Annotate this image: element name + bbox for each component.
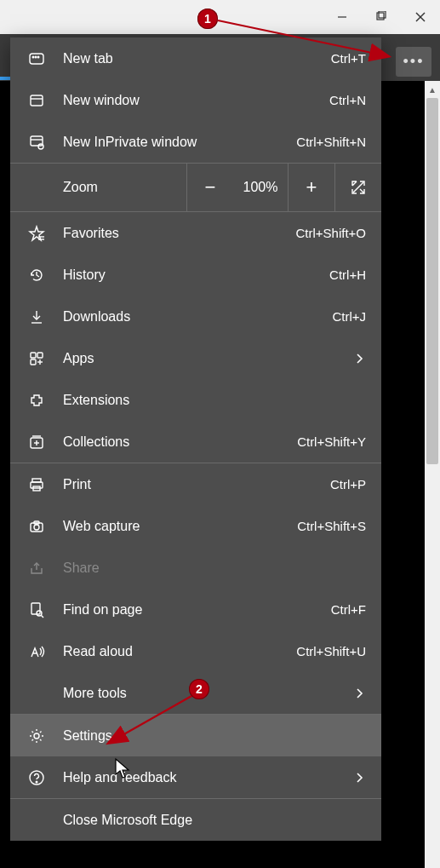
menu-item-read-aloud[interactable]: Read aloud Ctrl+Shift+U: [10, 630, 381, 672]
svg-point-39: [34, 733, 39, 739]
window-controls: [323, 0, 440, 34]
menu-item-share: Share: [10, 547, 381, 589]
menu-item-new-inprivate[interactable]: New InPrivate window Ctrl+Shift+N: [10, 121, 381, 163]
downloads-icon: [27, 308, 46, 326]
menu-shortcut: Ctrl+T: [331, 51, 366, 66]
fullscreen-button[interactable]: [334, 164, 381, 211]
new-tab-icon: [27, 49, 46, 68]
svg-rect-2: [379, 11, 386, 18]
history-icon: [27, 266, 46, 285]
menu-shortcut: Ctrl+Shift+U: [296, 644, 366, 658]
menu-label: Print: [63, 477, 322, 492]
scrollbar-track[interactable]: ▲: [425, 81, 440, 868]
svg-rect-36: [31, 603, 40, 614]
menu-shortcut: Ctrl+F: [331, 602, 366, 617]
menu-item-favorites[interactable]: Favorites Ctrl+Shift+O: [10, 212, 381, 254]
menu-label: Close Microsoft Edge: [63, 813, 366, 828]
menu-item-find[interactable]: Find on page Ctrl+F: [10, 589, 381, 630]
menu-item-web-capture[interactable]: Web capture Ctrl+Shift+S: [10, 505, 381, 547]
annotation-badge-1: 1: [197, 9, 218, 29]
svg-point-7: [35, 56, 37, 58]
menu-item-help[interactable]: Help and feedback: [10, 756, 381, 798]
menu-item-zoom: Zoom − 100% +: [10, 164, 381, 212]
new-window-icon: [27, 91, 46, 110]
menu-shortcut: Ctrl+Shift+S: [297, 519, 366, 533]
menu-item-print[interactable]: Print Ctrl+P: [10, 463, 381, 505]
find-icon: [27, 601, 46, 619]
menu-item-collections[interactable]: Collections Ctrl+Shift+Y: [10, 421, 381, 463]
menu-label: Find on page: [63, 602, 323, 618]
menu-label: Settings: [63, 728, 366, 744]
zoom-out-button[interactable]: −: [186, 164, 233, 211]
minimize-button[interactable]: [323, 0, 362, 34]
settings-and-more-button[interactable]: •••: [396, 47, 431, 77]
svg-rect-5: [30, 54, 43, 64]
menu-shortcut: Ctrl+N: [329, 93, 366, 107]
extensions-icon: [27, 391, 46, 410]
menu-label: Collections: [63, 434, 289, 450]
scrollbar-up-button[interactable]: ▲: [425, 81, 440, 98]
read-aloud-icon: [27, 642, 46, 661]
collections-icon: [27, 433, 46, 451]
menu-item-new-window[interactable]: New window Ctrl+N: [10, 79, 381, 121]
menu-label: Favorites: [63, 226, 287, 241]
help-icon: [27, 768, 46, 787]
scrollbar-thumb[interactable]: [426, 98, 438, 464]
svg-rect-21: [37, 353, 43, 358]
svg-point-8: [37, 56, 39, 58]
ellipsis-icon: •••: [403, 53, 425, 71]
svg-rect-1: [377, 13, 384, 20]
maximize-button[interactable]: [362, 0, 401, 34]
zoom-value: 100%: [233, 180, 288, 195]
svg-point-33: [34, 525, 39, 530]
svg-line-38: [41, 615, 43, 618]
zoom-in-button[interactable]: +: [288, 164, 334, 211]
cursor-icon: [114, 757, 131, 779]
menu-item-history[interactable]: History Ctrl+H: [10, 254, 381, 296]
minus-icon: −: [205, 176, 216, 198]
svg-marker-15: [30, 227, 43, 240]
menu-label: New tab: [63, 51, 323, 66]
menu-item-apps[interactable]: Apps: [10, 337, 381, 379]
menu-label: New window: [63, 93, 321, 108]
chevron-right-icon: [352, 687, 366, 699]
menu-shortcut: Ctrl+Shift+Y: [297, 434, 366, 449]
menu-label: Read aloud: [63, 644, 288, 659]
active-tab-indicator: [0, 77, 10, 80]
blank-icon: [27, 811, 46, 830]
zoom-label: Zoom: [10, 180, 186, 195]
plus-icon: +: [306, 176, 317, 198]
menu-label: New InPrivate window: [63, 135, 288, 150]
settings-and-more-menu: New tab Ctrl+T New window Ctrl+N New InP…: [10, 37, 381, 841]
svg-point-13: [38, 144, 43, 149]
settings-icon: [27, 727, 46, 745]
svg-rect-30: [31, 482, 43, 488]
close-window-button[interactable]: [401, 0, 440, 34]
web-capture-icon: [27, 517, 46, 536]
menu-label: Downloads: [63, 309, 323, 325]
menu-item-downloads[interactable]: Downloads Ctrl+J: [10, 296, 381, 337]
menu-item-extensions[interactable]: Extensions: [10, 379, 381, 421]
print-icon: [27, 475, 46, 494]
menu-label: Apps: [63, 351, 352, 366]
menu-label: Web capture: [63, 519, 289, 534]
menu-item-close-edge[interactable]: Close Microsoft Edge: [10, 799, 381, 841]
menu-item-settings[interactable]: Settings: [10, 715, 381, 756]
inprivate-icon: [27, 133, 46, 152]
menu-label: Extensions: [63, 393, 366, 408]
chevron-right-icon: [352, 353, 366, 365]
svg-rect-22: [31, 359, 36, 365]
blank-icon: [27, 684, 46, 703]
menu-shortcut: Ctrl+P: [330, 477, 366, 491]
svg-point-41: [36, 781, 37, 783]
menu-label: Help and feedback: [63, 770, 352, 785]
svg-point-6: [32, 56, 34, 58]
menu-item-new-tab[interactable]: New tab Ctrl+T: [10, 37, 381, 79]
menu-shortcut: Ctrl+Shift+O: [295, 226, 366, 240]
share-icon: [27, 559, 46, 578]
annotation-badge-2: 2: [189, 679, 209, 699]
menu-shortcut: Ctrl+Shift+N: [296, 135, 366, 149]
favorites-icon: [27, 224, 46, 243]
svg-rect-20: [31, 353, 36, 358]
svg-rect-9: [31, 95, 43, 106]
